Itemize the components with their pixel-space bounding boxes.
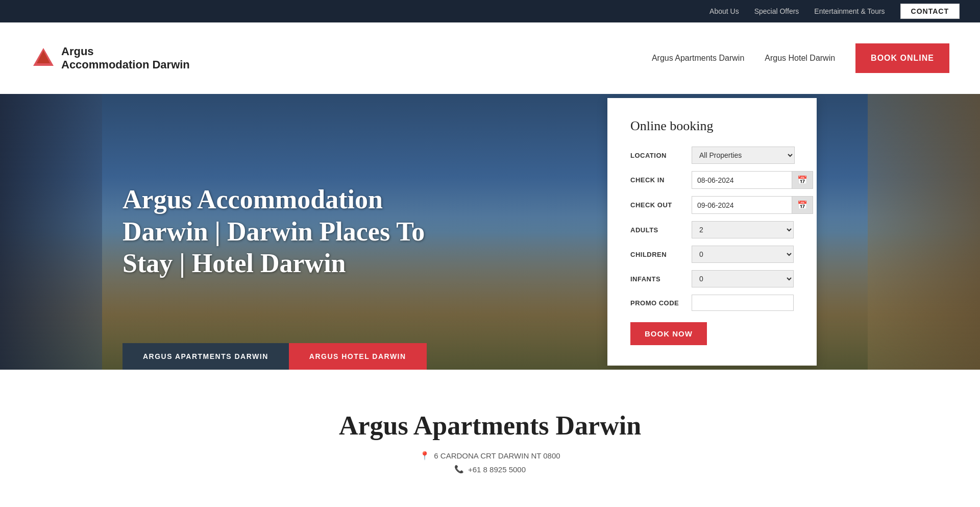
checkin-row: CHECK IN 📅 [630, 171, 794, 189]
location-select[interactable]: All Properties Argus Apartments Darwin A… [692, 147, 795, 164]
booking-widget: Online booking LOCATION All Properties A… [607, 98, 817, 366]
adults-row: ADULTS 1 2 3 4 5 6 [630, 221, 794, 238]
promo-input[interactable] [692, 295, 794, 311]
checkout-label: CHECK OUT [630, 201, 692, 209]
book-online-button[interactable]: BOOK ONLINE [855, 43, 949, 73]
checkin-input[interactable] [692, 173, 792, 188]
hero-title: Argus Accommodation Darwin | Darwin Plac… [122, 184, 454, 279]
booking-title: Online booking [630, 118, 794, 134]
address-row: 📍 6 CARDONA CRT DARWIN NT 0800 [0, 451, 980, 461]
hero-buttons: ARGUS APARTMENTS DARWIN ARGUS HOTEL DARW… [122, 343, 427, 370]
adults-select[interactable]: 1 2 3 4 5 6 [692, 221, 794, 238]
about-link[interactable]: About Us [709, 7, 739, 15]
phone-text: +61 8 8925 5000 [468, 465, 526, 474]
checkout-row: CHECK OUT 📅 [630, 196, 794, 214]
hotel-button[interactable]: ARGUS HOTEL DARWIN [289, 343, 427, 370]
children-label: CHILDREN [630, 251, 692, 258]
checkout-date-wrap: 📅 [692, 196, 813, 214]
phone-icon: 📞 [454, 465, 464, 474]
nav-hotel-link[interactable]: Argus Hotel Darwin [765, 54, 835, 63]
book-now-button[interactable]: BOOK NOW [630, 322, 707, 345]
contact-button[interactable]: CONTACT [900, 4, 960, 19]
infants-row: INFANTS 0 1 2 3 [630, 270, 794, 287]
pin-icon: 📍 [420, 451, 430, 461]
children-select[interactable]: 0 1 2 3 4 [692, 246, 794, 263]
checkout-calendar-icon[interactable]: 📅 [792, 197, 813, 213]
promo-label: PROMO CODE [630, 299, 692, 307]
top-bar: About Us Special Offers Entertainment & … [0, 0, 980, 22]
checkout-input[interactable] [692, 198, 792, 213]
checkin-calendar-icon[interactable]: 📅 [792, 172, 813, 188]
adults-label: ADULTS [630, 226, 692, 234]
checkin-label: CHECK IN [630, 176, 692, 184]
checkin-date-wrap: 📅 [692, 171, 813, 189]
hero-content: Argus Accommodation Darwin | Darwin Plac… [0, 184, 980, 279]
location-label: LOCATION [630, 152, 692, 159]
entertainment-link[interactable]: Entertainment & Tours [814, 7, 885, 15]
children-row: CHILDREN 0 1 2 3 4 [630, 246, 794, 263]
below-hero-section: Argus Apartments Darwin 📍 6 CARDONA CRT … [0, 370, 980, 494]
main-nav: Argus Accommodation Darwin Argus Apartme… [0, 22, 980, 94]
logo-subtitle: Accommodation Darwin [61, 58, 190, 71]
infants-select[interactable]: 0 1 2 3 [692, 270, 794, 287]
special-offers-link[interactable]: Special Offers [754, 7, 799, 15]
apartments-button[interactable]: ARGUS APARTMENTS DARWIN [122, 343, 289, 370]
location-row: LOCATION All Properties Argus Apartments… [630, 147, 794, 164]
nav-links: Argus Apartments Darwin Argus Hotel Darw… [652, 43, 949, 73]
logo-name: Argus [61, 45, 190, 58]
infants-label: INFANTS [630, 275, 692, 283]
phone-row: 📞 +61 8 8925 5000 [0, 465, 980, 474]
logo[interactable]: Argus Accommodation Darwin [31, 45, 190, 72]
promo-row: PROMO CODE [630, 295, 794, 311]
address-text: 6 CARDONA CRT DARWIN NT 0800 [434, 451, 560, 460]
hero-section: Argus Accommodation Darwin | Darwin Plac… [0, 94, 980, 370]
section-title: Argus Apartments Darwin [0, 411, 980, 441]
nav-apartments-link[interactable]: Argus Apartments Darwin [652, 54, 744, 63]
logo-icon [31, 45, 56, 71]
